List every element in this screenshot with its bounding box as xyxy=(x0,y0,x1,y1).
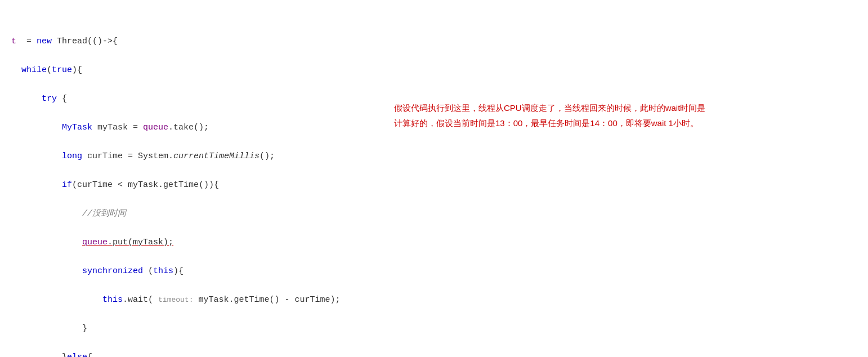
code-line-12: }else{ xyxy=(11,350,857,357)
code-line-10: this.wait( timeout: myTask.getTime() - c… xyxy=(11,293,857,307)
code-line-1: t = new Thread(()->{ xyxy=(11,34,857,49)
code-editor: t = new Thread(()->{ while(true){ try { … xyxy=(11,6,857,357)
code-line-9: synchronized (this){ xyxy=(11,264,857,279)
code-line-5: long curTime = System.currentTimeMillis(… xyxy=(11,149,857,164)
code-line-2: while(true){ xyxy=(11,63,857,78)
annotation-line-1: 假设代码执行到这里，线程从CPU调度走了，当线程回来的时候，此时的wait时间是 xyxy=(394,100,861,115)
code-line-7: //没到时间 xyxy=(11,207,857,221)
code-line-6: if(curTime < myTask.getTime()){ xyxy=(11,178,857,193)
code-line-11: } xyxy=(11,322,857,336)
annotation-comment: 假设代码执行到这里，线程从CPU调度走了，当线程回来的时候，此时的wait时间是… xyxy=(394,100,861,131)
code-line-8: queue.put(myTask); xyxy=(11,235,857,250)
annotation-line-2: 计算好的，假设当前时间是13：00，最早任务时间是14：00，即将要wait 1… xyxy=(394,115,861,131)
